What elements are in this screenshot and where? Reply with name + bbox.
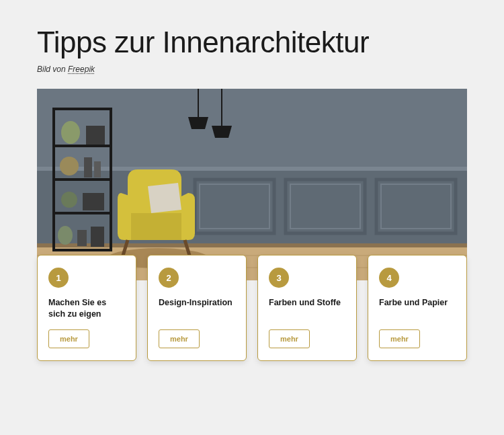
card-4: 4 Farbe und Papier mehr xyxy=(368,255,467,361)
hero-image xyxy=(37,89,467,280)
header: Tipps zur Innenarchitektur Bild von Free… xyxy=(0,26,504,74)
more-button[interactable]: mehr xyxy=(159,329,200,348)
card-badge: 3 xyxy=(269,268,289,288)
svg-rect-28 xyxy=(77,230,87,246)
svg-point-27 xyxy=(58,226,73,245)
more-button[interactable]: mehr xyxy=(48,329,89,348)
svg-point-20 xyxy=(61,121,80,144)
credit-prefix: Bild von xyxy=(37,65,68,74)
image-credit: Bild von Freepik xyxy=(37,65,467,74)
card-title: Farben und Stoffe xyxy=(269,297,345,309)
svg-rect-2 xyxy=(37,167,467,171)
page-title: Tipps zur Innenarchitektur xyxy=(37,26,467,59)
card-title: Farbe und Papier xyxy=(379,297,456,309)
svg-rect-21 xyxy=(86,126,105,145)
card-2: 2 Design-Inspiration mehr xyxy=(147,255,247,361)
cards-row: 1 Machen Sie es sich zu eigen mehr 2 Des… xyxy=(0,255,504,361)
credit-link[interactable]: Freepik xyxy=(68,65,95,74)
card-title: Machen Sie es sich zu eigen xyxy=(48,297,125,320)
more-button[interactable]: mehr xyxy=(379,329,420,348)
card-badge: 2 xyxy=(159,268,179,288)
card-badge: 4 xyxy=(379,268,399,288)
card-badge: 1 xyxy=(48,268,69,288)
more-button[interactable]: mehr xyxy=(269,329,310,348)
card-title: Design-Inspiration xyxy=(159,297,235,309)
svg-point-22 xyxy=(60,157,79,175)
svg-point-25 xyxy=(61,192,77,208)
svg-rect-26 xyxy=(83,193,104,210)
svg-rect-29 xyxy=(91,227,104,247)
svg-rect-24 xyxy=(94,161,101,177)
card-3: 3 Farben und Stoffe mehr xyxy=(257,255,357,361)
card-1: 1 Machen Sie es sich zu eigen mehr xyxy=(37,255,136,361)
svg-rect-23 xyxy=(84,157,92,177)
